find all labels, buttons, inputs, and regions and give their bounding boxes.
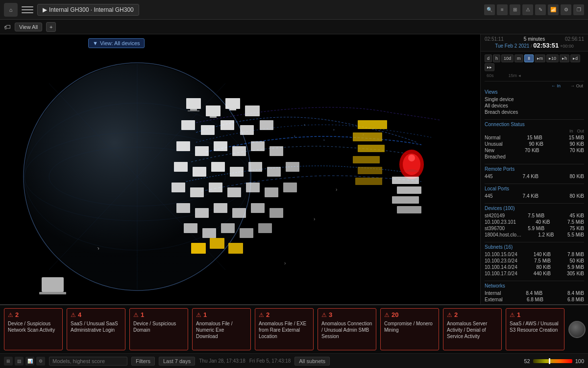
home-button[interactable]: ⌂ [4,3,18,17]
alert-icon-6: ⚠ [384,312,390,318]
alert-card-4[interactable]: ⚠ 2 Anomalous File / EXE from Rare Exter… [255,308,314,350]
svg-rect-51 [270,208,283,218]
pb-ff[interactable]: ▸▸ [485,63,494,71]
alert-card-2[interactable]: ⚠ 1 Device / Suspicious Domain [129,308,188,350]
search-icon-btn[interactable]: 🔍 [484,4,495,15]
pb-d[interactable]: d [485,54,492,62]
add-tag-button[interactable]: + [46,22,56,32]
score-track[interactable] [533,359,572,363]
svg-rect-36 [248,162,262,172]
settings-icon-btn[interactable]: ⚙ [561,4,571,15]
out-header: Out [577,129,584,133]
alert-text-1: SaaS / Unusual SaaS Administrative Login [71,320,122,333]
pb-play-h[interactable]: ▸h [560,54,569,62]
svg-rect-48 [214,203,227,213]
bottom-bar: ⊞ ▤ 📊 ⚙ Filters Last 7 days Thu Jan 28, … [0,353,588,368]
pb-play-10[interactable]: ▸10 [546,54,559,62]
device-st396700[interactable]: st396700 5.9 MiB 75 KiB [485,225,584,232]
local-port-445: 445 7.4 KiB 80 KiB [485,193,584,199]
svg-text:›: › [336,187,337,192]
second-bar: 🏷 View All + [0,20,588,34]
alert-count-3: 1 [203,311,207,318]
menu-button[interactable] [22,4,33,16]
edit-icon-btn[interactable]: ✎ [535,4,546,15]
chart-view-icon[interactable]: 📊 [25,357,34,366]
svg-rect-52 [184,223,197,233]
view-badge[interactable]: ▼ View: All devices [88,38,145,48]
svg-rect-15 [188,110,199,111]
device-10100231[interactable]: 10.100.23.101 40 KiB 7.5 MiB [485,219,584,225]
end-time: 02:56:11 [565,36,584,42]
svg-rect-74 [397,206,421,213]
alert-card-0[interactable]: ⚠ 2 Device / Suspicious Network Scan Act… [4,308,63,350]
view-all-button[interactable]: View All [15,23,42,31]
grid-view-icon[interactable]: ⊞ [4,357,13,366]
alert-card-1[interactable]: ⚠ 4 SaaS / Unusual SaaS Administrative L… [67,308,125,350]
svg-rect-42 [227,187,241,197]
alert-card-7[interactable]: ⚠ 2 Anomalous Server Activity / Denial o… [443,308,502,350]
all-subnets-button[interactable]: All subnets [294,357,330,366]
view-all-devices[interactable]: All devices [485,103,584,109]
alert-text-3: Anomalous File / Numeric Exe Download [196,320,247,340]
alert-card-5[interactable]: ⚠ 3 Anomalous Connection / Unusual Admin… [318,308,376,350]
alert-card-6[interactable]: ⚠ 20 Compromise / Monero Mining [380,308,439,350]
networks-title[interactable]: Networks [485,283,584,289]
devices-title[interactable]: Devices (100) [485,206,584,211]
svg-rect-20 [245,105,260,116]
alert-icon-5: ⚠ [321,312,327,318]
conn-breached: Breached [485,154,584,160]
view-breach-devices[interactable]: Breach devices [485,109,584,115]
subnets-title[interactable]: Subnets (16) [485,244,584,250]
pb-pause[interactable]: ⏸ [524,54,534,62]
svg-rect-19 [229,109,236,110]
svg-rect-66 [353,132,382,141]
svg-rect-30 [251,141,265,151]
subnets-count: (16) [504,244,513,250]
pb-play-m[interactable]: ▸m [535,54,546,62]
view-single-device[interactable]: Single device [485,96,584,103]
subnets-section: Subnets (16) 10.100.15.0/24 140 KiB 7.8 … [485,244,584,277]
svg-rect-34 [211,162,225,172]
remote-ports-section: Remote Ports 445 7.4 KiB 80 KiB [485,166,584,180]
last-7-days-button[interactable]: Last 7 days [159,357,195,366]
svg-text:›: › [333,128,335,132]
date-display: Tue Feb 2 2021 [495,43,529,49]
alert-count-7: 2 [454,311,458,318]
views-title[interactable]: Views [485,89,584,95]
alert-card-8[interactable]: ⚠ 1 SaaS / AWS / Unusual S3 Resource Cre… [506,308,564,350]
subnet-2[interactable]: 10.100.23.0/24 7.5 MiB 50 KiB [485,258,584,264]
settings-bottom-icon[interactable]: ⚙ [36,357,45,366]
subnet-4[interactable]: 10.100.17.0/24 440 KiB 305 KiB [485,270,584,277]
svg-rect-57 [191,243,206,254]
svg-rect-55 [240,228,253,238]
subnet-3[interactable]: 10.100.14.0/24 80 KiB 5.9 MiB [485,264,584,270]
filters-button[interactable]: Filters [131,357,155,366]
alert-count-2: 1 [141,311,144,318]
subnet-1[interactable]: 10.100.15.0/24 140 KiB 7.8 MiB [485,251,584,258]
pb-play-d[interactable]: ▸d [570,54,580,62]
device-st420149[interactable]: st420149 7.5 MiB 45 KiB [485,212,584,219]
copy-icon-btn[interactable]: ❐ [573,4,584,15]
model-score-input[interactable] [49,357,127,366]
svg-rect-73 [392,196,419,204]
local-ports-title[interactable]: Local Ports [485,186,584,191]
visualization-area[interactable]: ▼ View: All devices [0,34,480,304]
list-icon-btn[interactable]: ≡ [497,4,508,15]
svg-rect-25 [260,120,273,130]
current-time: 02:53:51 [533,42,559,49]
list-view-icon[interactable]: ▤ [15,357,24,366]
pb-m[interactable]: m [514,54,523,62]
alert-card-3[interactable]: ⚠ 1 Anomalous File / Numeric Exe Downloa… [192,308,251,350]
grid-icon-btn[interactable]: ⊞ [510,4,520,15]
pb-10d[interactable]: 10d [501,54,514,62]
pb-h[interactable]: h [493,54,500,62]
alert-text-5: Anomalous Connection / Unusual Admin SMB… [321,320,372,340]
network-icon-btn[interactable]: 📶 [548,4,559,15]
breadcrumb[interactable]: ▶ Internal GH300 · Internal GH300 [37,4,139,16]
alert-icon-btn[interactable]: ⚠ [522,4,533,15]
svg-rect-61 [39,292,66,294]
svg-rect-60 [42,277,64,292]
remote-ports-title[interactable]: Remote Ports [485,166,584,172]
device-cloudfront[interactable]: 18004.host.cloudfront.c… 1.2 KiB 5.5 MiB [485,232,584,238]
connection-status-title[interactable]: Connection Status [485,122,584,127]
